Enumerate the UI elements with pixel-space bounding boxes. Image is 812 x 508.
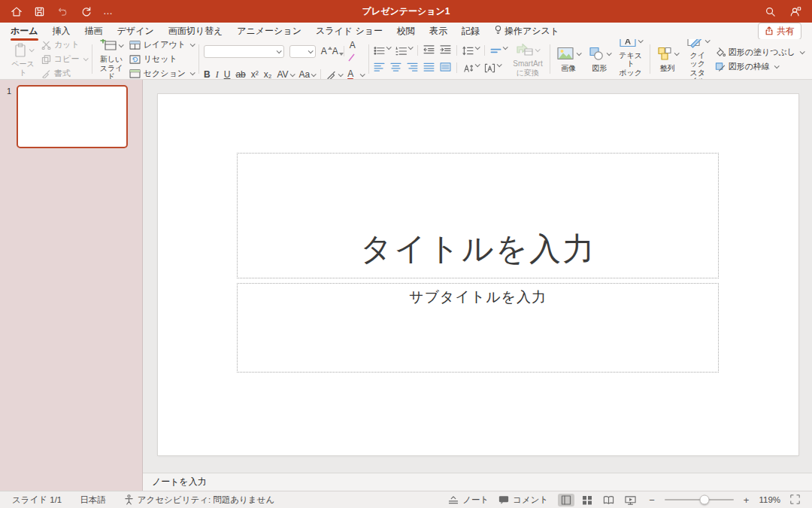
bold-button[interactable]: B <box>204 69 211 80</box>
tab-slideshow[interactable]: スライド ショー <box>316 25 383 38</box>
picture-label: 画像 <box>561 64 576 73</box>
section-dropdown-icon <box>190 70 195 75</box>
decrease-indent-button[interactable] <box>423 44 435 57</box>
slideshow-view-button[interactable] <box>622 494 639 506</box>
cut-button: カット <box>41 39 88 50</box>
font-size-combobox[interactable] <box>289 45 316 58</box>
italic-button[interactable]: I <box>216 69 219 81</box>
grow-font-button[interactable]: A <box>321 46 327 56</box>
change-case-button[interactable]: Aa <box>299 69 316 80</box>
quick-styles-button[interactable]: クイックスタイル <box>684 39 711 80</box>
underline-button[interactable]: U <box>224 69 231 80</box>
distribute-text-button[interactable] <box>440 61 451 75</box>
tab-draw[interactable]: 描画 <box>85 25 103 38</box>
new-slide-button[interactable]: 新しいスライド <box>97 39 125 80</box>
zoom-slider[interactable] <box>665 499 734 500</box>
subtitle-placeholder[interactable]: サブタイトルを入力 <box>237 283 719 373</box>
strikethrough-button[interactable]: ab <box>235 69 245 80</box>
language-indicator[interactable]: 日本語 <box>80 494 106 506</box>
zoom-level[interactable]: 119% <box>759 495 780 504</box>
slideshow-icon <box>625 495 636 505</box>
reading-view-button[interactable] <box>600 494 617 506</box>
numbering-button[interactable] <box>395 46 412 56</box>
highlight-pen-button[interactable] <box>326 70 342 80</box>
align-text-button[interactable] <box>484 63 501 73</box>
notes-pane[interactable]: ノートを入力 <box>143 473 812 491</box>
line-spacing-dropdown-icon <box>475 44 480 50</box>
shape-fill-label: 図形の塗りつぶし <box>729 47 795 58</box>
shrink-font-button[interactable]: A <box>332 46 338 56</box>
redo-icon[interactable] <box>80 6 92 17</box>
share-button[interactable]: 共有 <box>758 23 801 40</box>
superscript-button[interactable]: x² <box>251 69 259 80</box>
textbox-button[interactable]: テキストボックス <box>617 39 645 80</box>
tab-tell-me[interactable]: 操作アシスト <box>494 25 559 38</box>
highlight-pen-icon <box>326 70 337 80</box>
tab-insert[interactable]: 挿入 <box>53 25 71 38</box>
font-name-combobox[interactable] <box>204 45 284 58</box>
bullets-button[interactable] <box>374 46 390 56</box>
section-button[interactable]: セクション <box>129 68 194 79</box>
copy-label: コピー <box>54 53 80 65</box>
comments-toggle[interactable]: コメント <box>498 494 548 506</box>
reset-button[interactable]: リセット <box>129 53 194 65</box>
slide-sorter-view-button[interactable] <box>579 494 595 506</box>
notes-toggle[interactable]: ノート <box>448 494 489 506</box>
tab-transitions[interactable]: 画面切り替え <box>168 25 223 38</box>
subscript-button[interactable]: x₂ <box>264 69 272 80</box>
font-color-button[interactable]: A <box>347 68 353 80</box>
text-direction-button[interactable] <box>462 63 479 73</box>
ribbon-tab-bar: ホーム 挿入 描画 デザイン 画面切り替え アニメーション スライド ショー 校… <box>0 23 812 39</box>
subtitle-placeholder-text: サブタイトルを入力 <box>409 287 547 307</box>
tab-animations[interactable]: アニメーション <box>237 25 301 38</box>
slide-thumbnail-selected[interactable] <box>17 85 128 148</box>
zoom-out-button[interactable]: − <box>649 494 655 506</box>
normal-view-button[interactable] <box>558 494 574 506</box>
ribbon-separator <box>550 44 550 74</box>
tab-record[interactable]: 記録 <box>462 25 480 38</box>
share-label: 共有 <box>777 25 795 38</box>
tab-review[interactable]: 校閲 <box>397 25 415 38</box>
clear-formatting-button[interactable]: A <box>350 39 364 65</box>
font-color-dropdown-icon[interactable] <box>360 71 365 77</box>
text-options-button[interactable] <box>490 46 507 56</box>
tab-view[interactable]: 表示 <box>429 25 447 38</box>
search-icon[interactable] <box>765 6 776 17</box>
zoom-slider-thumb[interactable] <box>700 495 710 505</box>
more-commands-icon[interactable]: … <box>103 8 114 15</box>
increase-indent-button[interactable] <box>440 44 451 57</box>
line-spacing-icon <box>462 46 474 56</box>
shape-outline-button[interactable]: 図形の枠線 <box>715 61 804 72</box>
shapes-button[interactable]: 図形 <box>586 45 613 74</box>
change-case-dropdown-icon <box>311 71 317 77</box>
align-right-button[interactable] <box>407 61 418 75</box>
title-placeholder[interactable]: タイトルを入力 <box>237 153 719 278</box>
justify-button[interactable] <box>423 61 435 75</box>
align-center-button[interactable] <box>390 61 401 75</box>
character-spacing-dropdown-icon <box>289 71 295 77</box>
text-options-dropdown-icon <box>503 44 508 50</box>
main-area: 1 タイトルを入力 サブタイトルを入力 ノートを入力 <box>0 80 812 491</box>
line-spacing-button[interactable] <box>462 46 479 56</box>
fit-to-window-button[interactable] <box>790 494 800 506</box>
new-slide-label-1: 新しい <box>100 55 123 63</box>
shape-fill-button[interactable]: 図形の塗りつぶし <box>715 47 804 58</box>
home-icon[interactable] <box>11 6 23 17</box>
slide-editing-surface[interactable]: タイトルを入力 サブタイトルを入力 <box>158 94 798 455</box>
save-icon[interactable] <box>34 6 45 17</box>
ribbon-separator <box>368 44 369 74</box>
tab-home[interactable]: ホーム <box>11 25 38 38</box>
slide-indicator[interactable]: スライド 1/1 <box>12 494 62 506</box>
paste-dropdown-icon <box>29 47 35 52</box>
arrange-button[interactable]: 整列 <box>655 45 680 74</box>
font-size-dropdown-icon <box>308 48 313 53</box>
layout-button[interactable]: レイアウト <box>129 39 194 50</box>
accessibility-status[interactable]: アクセシビリティ: 問題ありません <box>124 494 274 506</box>
tab-design[interactable]: デザイン <box>117 25 154 38</box>
account-icon[interactable] <box>789 6 801 17</box>
zoom-in-button[interactable]: + <box>744 494 750 506</box>
picture-button[interactable]: 画像 <box>555 45 583 74</box>
new-slide-dropdown-icon <box>119 42 124 47</box>
align-left-button[interactable] <box>374 61 385 75</box>
character-spacing-button[interactable]: AV <box>277 69 293 80</box>
